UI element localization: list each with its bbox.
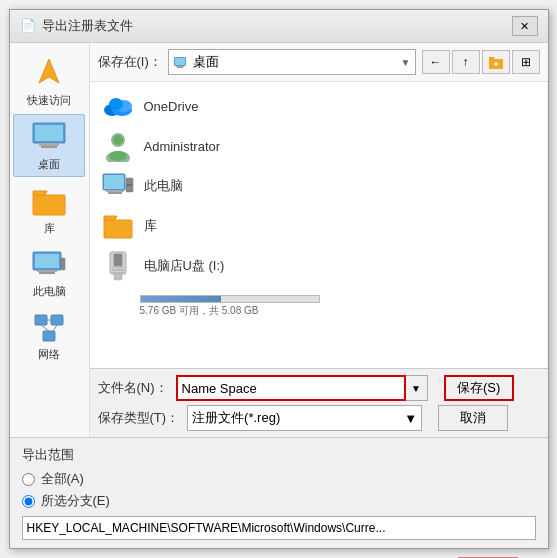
- list-item[interactable]: 此电脑: [90, 166, 547, 206]
- usb-icon: [102, 250, 134, 282]
- radio-all-item[interactable]: 全部(A): [22, 470, 536, 488]
- radio-all-input[interactable]: [22, 473, 35, 486]
- sidebar-item-library-label: 库: [44, 221, 55, 236]
- svg-rect-20: [176, 66, 184, 67]
- title-bar: 📄 导出注册表文件 ✕: [10, 10, 548, 43]
- file-list[interactable]: OneDrive Administrator: [90, 82, 548, 368]
- filetype-label: 保存类型(T)：: [98, 409, 180, 427]
- dialog-icon: 📄: [20, 18, 36, 34]
- sidebar-item-thispc-label: 此电脑: [33, 284, 66, 299]
- sidebar-item-thispc[interactable]: 此电脑: [13, 242, 85, 303]
- path-combo[interactable]: 桌面 ▼: [168, 49, 416, 75]
- sidebar-item-quick-access[interactable]: 快速访问: [13, 51, 85, 112]
- svg-point-32: [113, 135, 123, 145]
- filetype-value: 注册文件(*.reg): [192, 409, 280, 427]
- sidebar-item-quick-access-label: 快速访问: [27, 93, 71, 108]
- export-section-title: 导出范围: [22, 446, 536, 464]
- thispc-list-icon: [102, 170, 134, 202]
- onedrive-name: OneDrive: [144, 99, 199, 114]
- svg-rect-5: [33, 195, 65, 215]
- library-list-name: 库: [144, 217, 157, 235]
- close-button[interactable]: ✕: [512, 16, 538, 36]
- svg-rect-14: [43, 331, 55, 341]
- list-item[interactable]: 库: [90, 206, 547, 246]
- list-item[interactable]: Administrator: [90, 126, 547, 166]
- onedrive-icon: [102, 90, 134, 122]
- svg-rect-35: [104, 175, 124, 189]
- sidebar-item-library[interactable]: 库: [13, 179, 85, 240]
- radio-group: 全部(A) 所选分支(E): [22, 470, 536, 510]
- svg-rect-2: [39, 143, 59, 146]
- administrator-name: Administrator: [144, 139, 221, 154]
- filename-label: 文件名(N)：: [98, 379, 168, 397]
- export-section: 导出范围 全部(A) 所选分支(E): [10, 437, 548, 548]
- sidebar-item-network-label: 网络: [38, 347, 60, 362]
- user-icon: [102, 130, 134, 162]
- svg-rect-40: [104, 220, 132, 238]
- list-item[interactable]: OneDrive: [90, 86, 547, 126]
- up-button[interactable]: ↑: [452, 50, 480, 74]
- svg-marker-6: [33, 191, 47, 195]
- main-area: 快速访问 桌面: [10, 43, 548, 437]
- svg-rect-21: [177, 67, 183, 68]
- svg-rect-44: [112, 266, 124, 268]
- new-folder-button[interactable]: [482, 50, 510, 74]
- radio-selected-label: 所选分支(E): [41, 492, 110, 510]
- filetype-row: 保存类型(T)： 注册文件(*.reg) ▼ 取消: [98, 405, 540, 431]
- svg-rect-45: [112, 269, 124, 271]
- filetype-combo[interactable]: 注册文件(*.reg) ▼: [187, 405, 422, 431]
- svg-rect-47: [114, 274, 122, 280]
- svg-rect-11: [61, 258, 65, 270]
- usb-name: 电脑店U盘 (I:): [144, 257, 225, 275]
- save-in-label: 保存在(I)：: [98, 53, 162, 71]
- svg-rect-8: [35, 254, 59, 268]
- view-button[interactable]: ⊞: [512, 50, 540, 74]
- svg-marker-23: [489, 57, 495, 59]
- svg-rect-13: [51, 315, 63, 325]
- svg-point-33: [109, 151, 127, 161]
- usb-space-text: 5.76 GB 可用，共 5.08 GB: [140, 304, 320, 318]
- cancel-button[interactable]: 取消: [438, 405, 508, 431]
- action-buttons: 保存(S): [444, 375, 514, 401]
- radio-selected-input[interactable]: [22, 495, 35, 508]
- content-area: 保存在(I)： 桌面 ▼ ← ↑: [90, 43, 548, 437]
- filename-combo: ▼: [176, 375, 428, 401]
- svg-line-16: [53, 325, 57, 331]
- list-item[interactable]: 电脑店U盘 (I:) 5.76 GB 可用，共 5.08 GB: [90, 246, 547, 322]
- svg-rect-36: [106, 190, 124, 192]
- back-button[interactable]: ←: [422, 50, 450, 74]
- svg-rect-43: [114, 254, 122, 266]
- filename-input[interactable]: [176, 375, 406, 401]
- radio-all-label: 全部(A): [41, 470, 84, 488]
- current-path-text: 桌面: [193, 53, 397, 71]
- save-button[interactable]: 保存(S): [444, 375, 514, 401]
- filename-dropdown-arrow[interactable]: ▼: [406, 375, 428, 401]
- selected-path-input[interactable]: [22, 516, 536, 540]
- network-icon: [31, 309, 67, 345]
- svg-marker-41: [104, 216, 117, 220]
- filename-row: 文件名(N)： ▼ 保存(S): [98, 375, 540, 401]
- dialog-window: 📄 导出注册表文件 ✕ 快速访问: [9, 9, 549, 549]
- title-bar-left: 📄 导出注册表文件: [20, 17, 133, 35]
- path-combo-arrow: ▼: [401, 57, 411, 68]
- sidebar-item-desktop-label: 桌面: [38, 157, 60, 172]
- library-icon: [31, 183, 67, 219]
- desktop-combo-icon: [173, 54, 189, 70]
- radio-selected-item[interactable]: 所选分支(E): [22, 492, 536, 510]
- toolbar: 保存在(I)： 桌面 ▼ ← ↑: [90, 43, 548, 82]
- dialog-title: 导出注册表文件: [42, 17, 133, 35]
- svg-line-15: [41, 325, 49, 331]
- svg-rect-9: [37, 270, 57, 272]
- sidebar-item-desktop[interactable]: 桌面: [13, 114, 85, 177]
- svg-point-29: [109, 98, 123, 110]
- svg-rect-3: [41, 146, 57, 148]
- svg-marker-0: [39, 59, 59, 83]
- title-controls: ✕: [512, 16, 538, 36]
- toolbar-buttons: ← ↑ ⊞: [422, 50, 540, 74]
- sidebar-item-network[interactable]: 网络: [13, 305, 85, 366]
- svg-rect-19: [175, 58, 185, 65]
- library-list-icon: [102, 210, 134, 242]
- desktop-icon: [31, 119, 67, 155]
- svg-rect-46: [112, 272, 124, 274]
- sidebar: 快速访问 桌面: [10, 43, 90, 437]
